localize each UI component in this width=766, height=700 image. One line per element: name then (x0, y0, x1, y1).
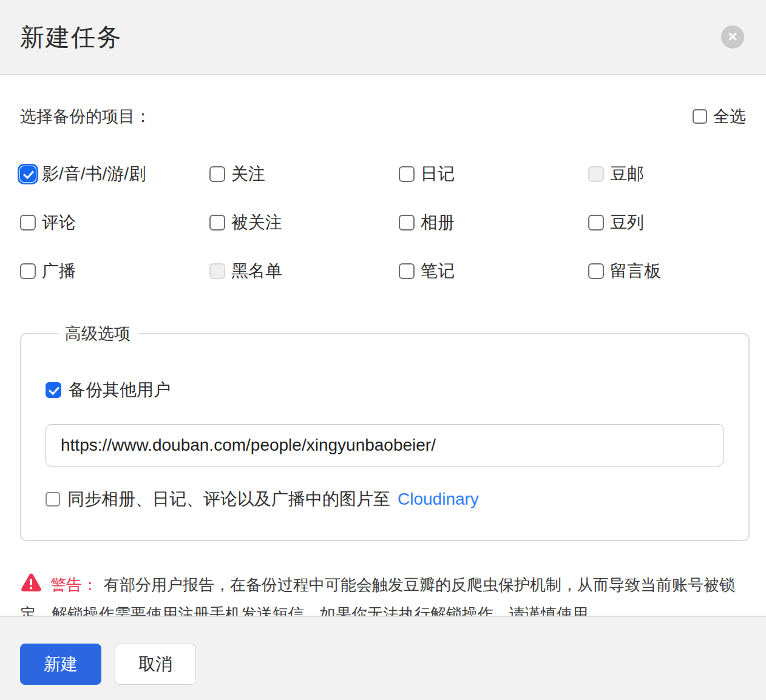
checkbox[interactable] (588, 166, 604, 182)
backup-other-user-label: 备份其他用户 (69, 379, 171, 402)
backup-item-label: 日记 (421, 163, 455, 186)
backup-item-option[interactable]: 日记 (399, 163, 588, 186)
select-all-option[interactable]: 全选 (693, 106, 746, 127)
warning-text: 有部分用户报告，在备份过程中可能会触发豆瓣的反爬虫保护机制，从而导致当前账号被锁… (20, 576, 735, 616)
modal-footer: 新建 取消 (0, 616, 766, 700)
backup-item-label: 豆邮 (610, 163, 644, 186)
backup-item-label: 留言板 (610, 260, 661, 283)
backup-item-option[interactable]: 广播 (20, 260, 209, 283)
sync-cloudinary-label: 同步相册、日记、评论以及广播中的图片至 (67, 488, 390, 511)
backup-item-option[interactable]: 豆邮 (588, 163, 746, 186)
cloudinary-link[interactable]: Cloudinary (398, 490, 479, 509)
checkbox[interactable] (588, 263, 604, 279)
new-task-modal: 新建任务 ✕ 选择备份的项目： 全选 影/音/书/游/剧 关注 日记 豆邮 评论… (0, 0, 766, 700)
cancel-button[interactable]: 取消 (115, 644, 196, 685)
modal-body: 选择备份的项目： 全选 影/音/书/游/剧 关注 日记 豆邮 评论 被关注 相册… (0, 75, 766, 616)
modal-title: 新建任务 (20, 21, 122, 54)
backup-item-label: 关注 (231, 163, 265, 186)
backup-item-label: 被关注 (231, 211, 282, 234)
backup-item-label: 影/音/书/游/剧 (42, 163, 146, 186)
backup-item-label: 笔记 (421, 260, 455, 283)
backup-item-option[interactable]: 豆列 (588, 211, 746, 234)
checkbox[interactable] (20, 166, 36, 182)
checkbox[interactable] (588, 215, 604, 231)
checkbox[interactable] (399, 166, 415, 182)
checkbox[interactable] (209, 215, 225, 231)
backup-items-grid: 影/音/书/游/剧 关注 日记 豆邮 评论 被关注 相册 豆列 广播 黑名单 笔… (20, 163, 746, 283)
modal-header: 新建任务 ✕ (0, 0, 766, 75)
backup-item-label: 黑名单 (231, 260, 282, 283)
checkbox[interactable] (399, 263, 415, 279)
close-icon[interactable]: ✕ (721, 25, 744, 49)
checkbox[interactable] (399, 215, 415, 231)
backup-item-label: 豆列 (610, 211, 644, 234)
checkbox[interactable] (209, 263, 225, 279)
backup-item-option[interactable]: 影/音/书/游/剧 (20, 163, 209, 186)
backup-item-label: 相册 (421, 211, 455, 234)
backup-other-user-checkbox[interactable] (46, 382, 61, 398)
create-button[interactable]: 新建 (20, 644, 101, 685)
backup-item-option[interactable]: 被关注 (209, 211, 399, 234)
select-all-checkbox[interactable] (693, 109, 707, 124)
backup-item-option[interactable]: 留言板 (588, 260, 746, 283)
advanced-options-legend: 高级选项 (58, 323, 138, 345)
checkbox[interactable] (20, 263, 36, 279)
select-all-label: 全选 (713, 106, 746, 127)
backup-item-label: 评论 (42, 211, 76, 234)
backup-other-user-option[interactable]: 备份其他用户 (46, 379, 724, 402)
backup-item-option[interactable]: 笔记 (399, 260, 588, 283)
backup-item-option[interactable]: 相册 (399, 211, 588, 234)
backup-item-label: 广播 (42, 260, 76, 283)
checkbox[interactable] (209, 166, 225, 182)
sync-cloudinary-checkbox[interactable] (46, 492, 60, 506)
sync-cloudinary-option[interactable]: 同步相册、日记、评论以及广播中的图片至 Cloudinary (46, 488, 724, 511)
warning-triangle-icon (20, 573, 42, 601)
profile-url-input[interactable] (46, 424, 724, 466)
section-label: 选择备份的项目： (20, 106, 151, 127)
checkbox[interactable] (20, 215, 36, 231)
backup-item-option[interactable]: 黑名单 (209, 260, 399, 283)
backup-item-option[interactable]: 评论 (20, 211, 209, 234)
warning-message: 警告：有部分用户报告，在备份过程中可能会触发豆瓣的反爬虫保护机制，从而导致当前账… (20, 571, 746, 616)
backup-item-option[interactable]: 关注 (209, 163, 399, 186)
section-row: 选择备份的项目： 全选 (20, 106, 746, 127)
warning-label: 警告： (50, 576, 98, 594)
advanced-options-fieldset: 高级选项 备份其他用户 同步相册、日记、评论以及广播中的图片至 Cloudina… (20, 323, 750, 541)
